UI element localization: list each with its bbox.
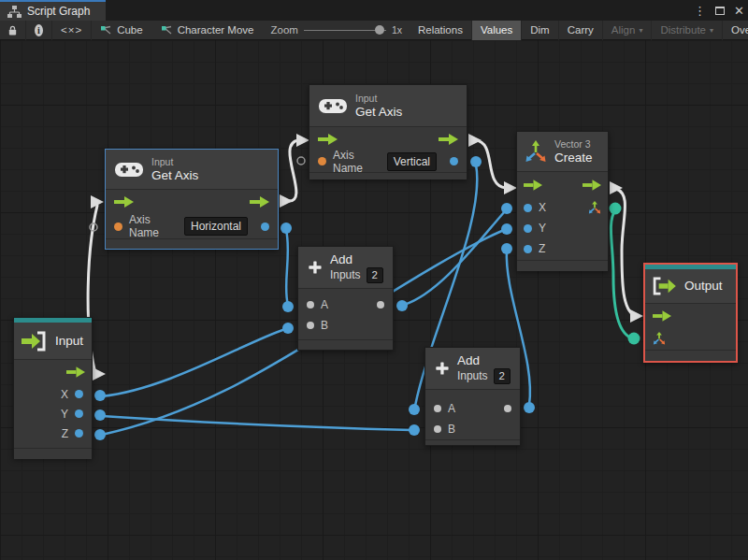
node-get-axis-horizontal[interactable]: Input Get Axis Axis Name Horizontal bbox=[105, 149, 279, 250]
inputs-label: Inputs bbox=[457, 369, 488, 382]
breadcrumb-character-move[interactable]: Character Move bbox=[152, 21, 264, 40]
view-button-align[interactable]: Align ▾ bbox=[603, 21, 653, 40]
close-icon[interactable]: ✕ bbox=[734, 5, 744, 17]
add-a-port[interactable] bbox=[434, 405, 441, 412]
value-port-ball[interactable] bbox=[280, 223, 292, 234]
value-port-ball[interactable] bbox=[282, 323, 294, 334]
value-port-ball[interactable] bbox=[94, 429, 106, 440]
maximize-icon[interactable] bbox=[715, 7, 725, 15]
button-label: Align bbox=[611, 24, 636, 36]
axis-name-field[interactable]: Horizontal bbox=[184, 217, 248, 236]
flow-out-arrow-icon[interactable] bbox=[250, 196, 269, 208]
inputs-count-field[interactable]: 2 bbox=[494, 368, 511, 384]
row-label: B bbox=[448, 423, 455, 436]
flow-port-vector3-in[interactable] bbox=[504, 181, 517, 194]
view-button-relations[interactable]: Relations bbox=[410, 21, 472, 40]
value-port-ball[interactable] bbox=[409, 424, 420, 436]
flow-in-arrow-icon[interactable] bbox=[524, 179, 542, 191]
value-port-ball[interactable] bbox=[409, 404, 420, 415]
add-out-port[interactable] bbox=[504, 405, 511, 412]
chevron-down-icon: ▾ bbox=[639, 26, 642, 35]
node-footer bbox=[517, 260, 608, 271]
flow-port-output-in[interactable] bbox=[630, 309, 643, 323]
node-subtitle: Vector 3 bbox=[554, 138, 593, 151]
value-port-ball[interactable] bbox=[396, 300, 408, 311]
param-label: Axis Name bbox=[129, 213, 178, 239]
button-label: Distribute bbox=[660, 24, 706, 36]
node-input[interactable]: Input X Y Z bbox=[13, 317, 93, 458]
value-port-ball[interactable] bbox=[94, 390, 106, 401]
x-out-port[interactable] bbox=[75, 390, 83, 398]
node-title: Add bbox=[457, 353, 511, 368]
vector3-in-port-icon[interactable] bbox=[653, 332, 666, 345]
view-button-distribute[interactable]: Distribute ▾ bbox=[652, 21, 723, 40]
row-label: A bbox=[448, 402, 455, 415]
flow-port-getaxis-v-out[interactable] bbox=[468, 134, 482, 147]
zoom-slider-handle[interactable] bbox=[375, 25, 384, 35]
node-title: Get Axis bbox=[355, 105, 402, 120]
flow-in-arrow-icon[interactable] bbox=[653, 310, 671, 322]
view-button-values[interactable]: Values bbox=[472, 21, 522, 40]
flow-in-arrow-icon[interactable] bbox=[318, 134, 338, 145]
x-in-port[interactable] bbox=[524, 204, 532, 212]
tab-script-graph[interactable]: Script Graph bbox=[0, 0, 106, 21]
flow-out-arrow-icon[interactable] bbox=[439, 134, 458, 145]
breadcrumb-cube[interactable]: Cube bbox=[92, 21, 152, 40]
graph-chip-icon bbox=[162, 25, 173, 36]
vector-port-ball[interactable] bbox=[628, 333, 640, 345]
z-out-port[interactable] bbox=[75, 429, 83, 438]
flow-out-arrow-icon[interactable] bbox=[66, 366, 85, 378]
flow-in-arrow-icon[interactable] bbox=[114, 196, 134, 208]
lock-button[interactable] bbox=[0, 21, 26, 40]
unconnected-port-ring[interactable] bbox=[297, 157, 305, 165]
value-port-ball[interactable] bbox=[501, 203, 512, 214]
axis-name-port[interactable] bbox=[318, 157, 326, 165]
info-button[interactable]: i bbox=[26, 21, 52, 40]
zoom-value: 1x bbox=[392, 24, 402, 36]
gamepad-icon bbox=[115, 162, 143, 178]
y-in-port[interactable] bbox=[524, 224, 532, 233]
node-add-1[interactable]: Add Inputs 2 A B bbox=[297, 246, 394, 351]
node-vector3-create[interactable]: Vector 3 Create X Y Z bbox=[516, 131, 609, 271]
node-footer bbox=[645, 350, 736, 361]
plus-icon bbox=[435, 357, 450, 380]
node-add-2[interactable]: Add Inputs 2 A B bbox=[424, 347, 521, 446]
view-button-overview[interactable]: Overview bbox=[723, 21, 748, 40]
axis-name-port[interactable] bbox=[114, 223, 122, 231]
node-footer bbox=[14, 448, 92, 459]
flow-port-input-out[interactable] bbox=[93, 367, 106, 381]
code-view-button[interactable]: <×> bbox=[52, 21, 92, 40]
node-output[interactable]: Output bbox=[643, 263, 738, 363]
value-out-port[interactable] bbox=[261, 223, 269, 231]
value-port-ball[interactable] bbox=[470, 156, 482, 167]
value-port-ball[interactable] bbox=[524, 402, 535, 413]
flow-port-getaxis-v-in[interactable] bbox=[296, 134, 309, 147]
menu-icon[interactable]: ⋮ bbox=[694, 5, 706, 17]
y-out-port[interactable] bbox=[75, 409, 83, 418]
value-port-ball[interactable] bbox=[501, 243, 512, 254]
z-in-port[interactable] bbox=[524, 245, 532, 253]
value-out-port[interactable] bbox=[450, 157, 458, 165]
inputs-count-field[interactable]: 2 bbox=[367, 267, 383, 283]
value-port-ball[interactable] bbox=[501, 223, 512, 235]
breadcrumb-label: Cube bbox=[117, 24, 143, 36]
axis-name-field[interactable]: Vertical bbox=[387, 152, 437, 171]
value-port-ball[interactable] bbox=[282, 301, 294, 312]
add-b-port[interactable] bbox=[307, 322, 314, 329]
zoom-slider[interactable] bbox=[304, 25, 386, 35]
row-label: Z bbox=[539, 242, 545, 255]
value-port-ball[interactable] bbox=[94, 409, 106, 421]
vector3-out-port-icon[interactable] bbox=[588, 201, 601, 214]
flow-port-getaxis-h-out[interactable] bbox=[280, 194, 293, 208]
flow-out-arrow-icon[interactable] bbox=[583, 179, 601, 191]
add-a-port[interactable] bbox=[307, 301, 314, 309]
view-button-carry[interactable]: Carry bbox=[559, 21, 603, 40]
graph-canvas[interactable]: Input Get Axis Axis Name Vertical bbox=[0, 40, 748, 560]
view-button-dim[interactable]: Dim bbox=[522, 21, 558, 40]
vector-port-ball[interactable] bbox=[610, 203, 622, 215]
add-out-port[interactable] bbox=[377, 301, 384, 309]
node-footer bbox=[298, 339, 393, 350]
wire-flow-getaxis-h-to-getaxis-v bbox=[288, 140, 299, 201]
node-get-axis-vertical[interactable]: Input Get Axis Axis Name Vertical bbox=[309, 84, 468, 179]
add-b-port[interactable] bbox=[434, 425, 441, 433]
